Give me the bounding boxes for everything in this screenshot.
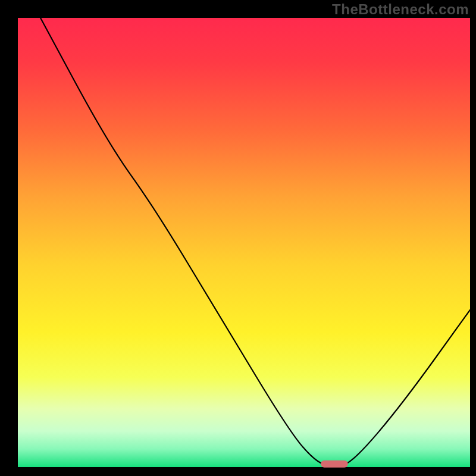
chart-frame: TheBottleneck.com xyxy=(0,0,476,476)
target-marker xyxy=(321,461,348,468)
watermark-text: TheBottleneck.com xyxy=(332,1,469,18)
bottleneck-chart xyxy=(0,0,476,476)
plot-background xyxy=(18,18,470,467)
